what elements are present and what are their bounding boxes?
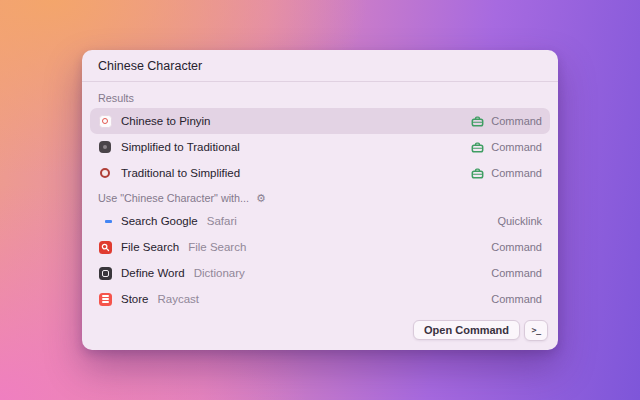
list-item-traditional-to-simplified[interactable]: Traditional to Simplified Command: [90, 160, 550, 186]
row-type-label: Command: [491, 141, 542, 153]
raycast-store-icon: [98, 292, 112, 306]
results-header-label: Results: [98, 92, 134, 104]
row-accessory: Quicklink: [497, 215, 542, 227]
row-type-label: Command: [491, 241, 542, 253]
row-accessory: Command: [491, 267, 542, 279]
row-title: File Search: [121, 241, 179, 253]
command-type-icon: [471, 167, 484, 180]
pinyin-extension-icon: [98, 114, 112, 128]
open-command-label: Open Command: [413, 320, 520, 340]
section-header-results: Results: [90, 86, 550, 108]
section-header-use-with: Use "Chinese Character" with... ⚙: [90, 186, 550, 208]
row-accessory: Command: [471, 167, 542, 180]
list-item-store[interactable]: Store Raycast Command: [90, 286, 550, 312]
row-type-label: Command: [491, 267, 542, 279]
row-type-label: Command: [491, 115, 542, 127]
row-subtitle: Safari: [207, 215, 237, 227]
search-input[interactable]: Chinese Character: [98, 59, 202, 73]
command-type-icon: [471, 141, 484, 154]
use-with-header-label: Use "Chinese Character" with...: [98, 192, 249, 204]
row-subtitle: Raycast: [158, 293, 200, 305]
row-accessory: Command: [471, 115, 542, 128]
row-type-label: Command: [491, 293, 542, 305]
row-title: Chinese to Pinyin: [121, 115, 211, 127]
list-item-simplified-to-traditional[interactable]: Simplified to Traditional Command: [90, 134, 550, 160]
action-bar: Open Command >_: [82, 316, 558, 350]
list-item-file-search[interactable]: File Search File Search Command: [90, 234, 550, 260]
row-accessory: Command: [491, 241, 542, 253]
google-icon: [98, 214, 112, 228]
results-list: Results Chinese to Pinyin Command Simpli…: [82, 82, 558, 316]
simplified-traditional-icon: [98, 140, 112, 154]
list-item-chinese-to-pinyin[interactable]: Chinese to Pinyin Command: [90, 108, 550, 134]
search-bar[interactable]: Chinese Character: [82, 50, 558, 82]
row-type-label: Command: [491, 167, 542, 179]
row-title: Search Google: [121, 215, 198, 227]
list-item-search-google[interactable]: Search Google Safari Quicklink: [90, 208, 550, 234]
list-item-define-word[interactable]: Define Word Dictionary Command: [90, 260, 550, 286]
enter-key-icon: >_: [524, 320, 548, 341]
row-title: Simplified to Traditional: [121, 141, 240, 153]
row-subtitle: File Search: [188, 241, 246, 253]
traditional-simplified-icon: [98, 166, 112, 180]
row-type-label: Quicklink: [497, 215, 542, 227]
row-title: Store: [121, 293, 149, 305]
row-title: Define Word: [121, 267, 185, 279]
command-type-icon: [471, 115, 484, 128]
launcher-window: Chinese Character Results Chinese to Pin…: [82, 50, 558, 350]
dictionary-icon: [98, 266, 112, 280]
file-search-icon: [98, 240, 112, 254]
row-subtitle: Dictionary: [194, 267, 245, 279]
row-accessory: Command: [491, 293, 542, 305]
row-accessory: Command: [471, 141, 542, 154]
row-title: Traditional to Simplified: [121, 167, 240, 179]
open-command-button[interactable]: Open Command >_: [413, 320, 548, 341]
gear-icon[interactable]: ⚙: [256, 193, 266, 204]
